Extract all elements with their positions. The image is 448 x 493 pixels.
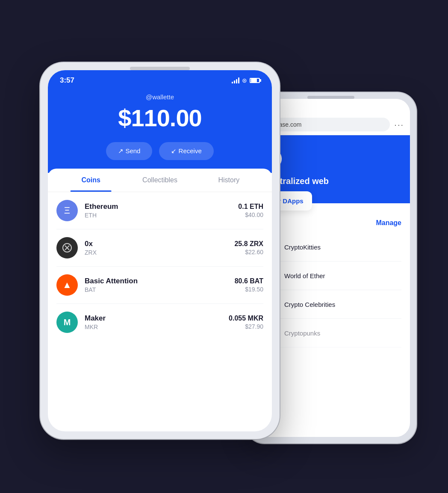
tabs-row: Coins Collectibles History — [48, 169, 272, 192]
list-item[interactable]: ▲ Basic Attention BAT 80.6 BAT $19.50 — [56, 267, 263, 304]
bat-icon: ▲ — [56, 274, 78, 296]
wallet-handle: @wallette — [56, 93, 263, 101]
phone1-notch — [130, 67, 190, 70]
coin-usd: $40.00 — [238, 211, 263, 218]
coin-amount: 25.8 ZRX — [234, 240, 263, 248]
status-time: 3:57 — [60, 76, 74, 85]
wifi-icon: ⊛ — [383, 104, 389, 111]
tab-collectibles[interactable]: Collectibles — [125, 169, 194, 192]
phone1-device: 3:57 ⊛ @wallette $110.00 — [40, 62, 280, 439]
receive-button[interactable]: ↙ Receive — [159, 142, 213, 160]
battery-icon — [250, 78, 260, 83]
phone1-screen: 3:57 ⊛ @wallette $110.00 — [48, 70, 272, 431]
browser-menu-icon[interactable]: ··· — [394, 120, 404, 130]
coin-usd: $19.50 — [235, 286, 263, 293]
status-icons: ⊛ — [232, 77, 260, 84]
coin-amount: 0.1 ETH — [238, 203, 263, 211]
coin-balance-eth: 0.1 ETH $40.00 — [238, 203, 263, 218]
coin-name: 0x — [85, 240, 227, 248]
coin-symbol: BAT — [85, 286, 228, 293]
wifi-icon: ⊛ — [242, 77, 247, 84]
coin-amount: 80.6 BAT — [235, 277, 263, 285]
list-item[interactable]: 🐱 CryptoKitties — [260, 233, 401, 261]
hero-tagline: ecentralized web — [260, 176, 401, 186]
coin-balance-zrx: 25.8 ZRX $22.60 — [234, 240, 263, 255]
list-item[interactable]: M Maker MKR 0.055 MKR $27.90 — [56, 304, 263, 341]
eth-icon: Ξ — [56, 200, 78, 221]
coin-symbol: ETH — [85, 212, 231, 219]
signal-icon — [373, 104, 381, 110]
dapp-name: Crypto Celebrities — [284, 301, 335, 308]
coin-info-mkr: Maker MKR — [85, 314, 222, 330]
coin-usd: $27.90 — [229, 323, 263, 330]
phone2-notch — [307, 96, 354, 99]
phone1-statusbar: 3:57 ⊛ — [48, 70, 272, 85]
phone1-topbar: 3:57 ⊛ @wallette $110.00 — [48, 70, 272, 173]
dapp-name: World of Ether — [284, 272, 325, 279]
coin-name: Maker — [85, 314, 222, 323]
mkr-icon: M — [56, 312, 78, 333]
signal-icon — [232, 77, 239, 83]
dapp-name: CryptoKitties — [284, 244, 321, 251]
coin-balance-mkr: 0.055 MKR $27.90 — [229, 315, 263, 330]
list-item[interactable]: 0x ZRX 25.8 ZRX $22.60 — [56, 229, 263, 267]
battery-icon — [391, 105, 401, 110]
coin-info-eth: Ethereum ETH — [85, 202, 231, 219]
tab-coins[interactable]: Coins — [56, 169, 125, 192]
coin-amount: 0.055 MKR — [229, 315, 263, 322]
coin-symbol: MKR — [85, 324, 222, 330]
coin-info-zrx: 0x ZRX — [85, 240, 227, 256]
list-item[interactable]: 📊 Crypto Celebrities — [260, 290, 401, 319]
list-item[interactable]: 🐉 World of Ether — [260, 261, 401, 290]
dapp-name: Cryptopunks — [284, 330, 320, 337]
coin-symbol: ZRX — [85, 249, 227, 256]
coin-name: Basic Attention — [85, 277, 228, 285]
coin-name: Ethereum — [85, 202, 231, 211]
wallet-info: @wallette $110.00 ↗ Send ↙ Receive — [48, 85, 272, 173]
zrx-icon — [56, 237, 78, 258]
tabs-container: Coins Collectibles History Ξ Ethereum — [48, 169, 272, 341]
list-item[interactable]: 🖼 Cryptopunks — [260, 319, 401, 347]
coin-usd: $22.60 — [234, 249, 263, 255]
coin-balance-bat: 80.6 BAT $19.50 — [235, 277, 263, 293]
manage-title[interactable]: Manage — [260, 219, 401, 227]
wallet-actions: ↗ Send ↙ Receive — [56, 142, 263, 160]
list-item[interactable]: Ξ Ethereum ETH 0.1 ETH $40.00 — [56, 192, 263, 229]
wallet-amount: $110.00 — [56, 104, 263, 132]
send-button[interactable]: ↗ Send — [106, 142, 152, 160]
coin-list: Ξ Ethereum ETH 0.1 ETH $40.00 — [48, 192, 272, 341]
tab-history[interactable]: History — [195, 169, 263, 192]
coin-info-bat: Basic Attention BAT — [85, 277, 228, 293]
scene: ⊛ coinbase.com ··· ecentralized web — [32, 37, 416, 456]
